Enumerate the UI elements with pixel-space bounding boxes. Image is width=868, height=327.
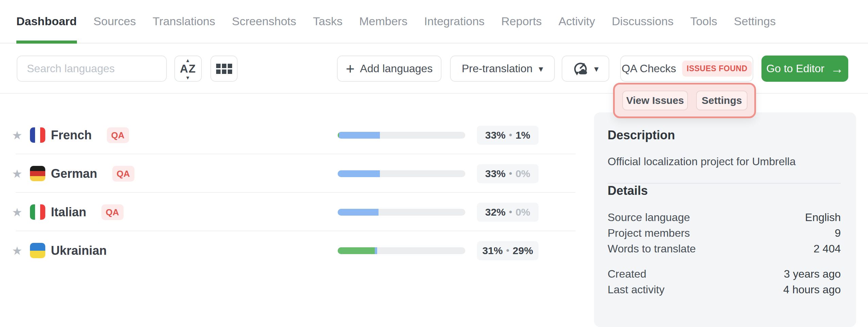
- german-flag-icon: [30, 166, 45, 181]
- description-title: Description: [608, 128, 841, 142]
- grid-view-icon: [216, 64, 232, 74]
- tab-members[interactable]: Members: [359, 0, 407, 43]
- progress-fill-translated: [375, 247, 377, 254]
- search-languages-input[interactable]: [17, 56, 167, 82]
- go-to-editor-button[interactable]: Go to Editor →: [761, 56, 848, 82]
- sort-az-icon: ▴AZ▾: [180, 60, 196, 77]
- caret-down-icon: ▾: [539, 64, 543, 73]
- tab-activity[interactable]: Activity: [559, 0, 595, 43]
- progress-label: 32%•0%: [477, 203, 539, 222]
- detail-row: Source language English: [608, 209, 841, 225]
- tab-settings[interactable]: Settings: [734, 0, 776, 43]
- ukrainian-flag-icon: [30, 243, 45, 258]
- go-to-editor-label: Go to Editor: [766, 62, 824, 75]
- progress-bar: [338, 132, 465, 139]
- french-flag-icon: [30, 127, 45, 143]
- language-name: Ukrainian: [51, 244, 107, 258]
- translated-percent: 33%: [485, 129, 505, 141]
- detail-row: Words to translate 2 404: [608, 241, 841, 256]
- qa-settings-button[interactable]: Settings: [696, 91, 748, 110]
- detail-row: Project members 9: [608, 225, 841, 241]
- detail-label: Source language: [608, 209, 690, 225]
- detail-row: Last activity 4 hours ago: [608, 282, 841, 297]
- caret-down-icon: ▾: [594, 64, 598, 73]
- approved-percent: 1%: [515, 129, 530, 141]
- tab-tools[interactable]: Tools: [690, 0, 717, 43]
- active-tab-underline: [16, 41, 77, 44]
- progress-fill-approved: [338, 247, 375, 254]
- detail-row: Created 3 years ago: [608, 266, 841, 282]
- translated-percent: 32%: [485, 206, 505, 218]
- progress-label: 33%•0%: [477, 164, 539, 183]
- tab-sources[interactable]: Sources: [94, 0, 136, 43]
- progress-bar: [338, 170, 465, 177]
- tab-tasks[interactable]: Tasks: [313, 0, 342, 43]
- plus-icon: +: [346, 61, 355, 76]
- progress-bar: [338, 209, 465, 216]
- bullet-separator: •: [509, 168, 512, 179]
- machine-translation-icon: [572, 61, 588, 77]
- bullet-separator: •: [509, 130, 512, 140]
- detail-value: English: [805, 209, 841, 225]
- detail-value: 3 years ago: [784, 266, 841, 282]
- machine-translation-dropdown-button[interactable]: ▾: [562, 56, 609, 82]
- language-row-ukrainian[interactable]: ★ Ukrainian 31%•29%: [0, 231, 592, 270]
- translated-percent: 31%: [482, 245, 503, 256]
- qa-checks-button[interactable]: QA Checks ISSUES FOUND: [620, 56, 753, 82]
- tab-translations[interactable]: Translations: [152, 0, 215, 43]
- qa-badge[interactable]: QA: [101, 204, 124, 220]
- progress-fill-translated: [339, 132, 380, 139]
- detail-label: Created: [608, 266, 646, 282]
- favorite-star-icon[interactable]: ★: [12, 206, 22, 218]
- qa-badge[interactable]: QA: [112, 166, 134, 182]
- qa-checks-label: QA Checks: [622, 62, 676, 75]
- translated-percent: 33%: [485, 168, 505, 180]
- project-nav: Dashboard Sources Translations Screensho…: [0, 0, 868, 44]
- detail-label: Project members: [608, 225, 690, 241]
- approved-percent: 29%: [513, 245, 533, 256]
- language-row-italian[interactable]: ★ Italian QA 32%•0%: [0, 193, 592, 231]
- progress-fill-translated: [338, 170, 380, 177]
- progress-label: 33%•1%: [477, 126, 539, 145]
- detail-value: 4 hours ago: [783, 282, 841, 297]
- progress-bar: [338, 247, 465, 254]
- pre-translation-button[interactable]: Pre-translation ▾: [450, 56, 555, 82]
- arrow-right-icon: →: [831, 62, 843, 75]
- language-row-french[interactable]: ★ French QA 33%•1%: [0, 116, 592, 154]
- favorite-star-icon[interactable]: ★: [12, 168, 22, 180]
- add-languages-label: Add languages: [360, 62, 433, 75]
- tab-screenshots[interactable]: Screenshots: [232, 0, 296, 43]
- tab-integrations[interactable]: Integrations: [424, 0, 485, 43]
- issues-found-badge: ISSUES FOUND: [682, 61, 752, 77]
- favorite-star-icon[interactable]: ★: [12, 129, 22, 141]
- tab-reports[interactable]: Reports: [501, 0, 542, 43]
- progress-fill-translated: [338, 209, 379, 216]
- language-name: German: [51, 167, 97, 181]
- add-languages-button[interactable]: + Add languages: [337, 56, 441, 82]
- tab-discussions[interactable]: Discussions: [612, 0, 673, 43]
- detail-label: Last activity: [608, 282, 664, 297]
- italian-flag-icon: [30, 204, 45, 220]
- bullet-separator: •: [506, 245, 509, 256]
- detail-label: Words to translate: [608, 241, 696, 256]
- language-name: French: [51, 128, 92, 142]
- approved-percent: 0%: [515, 168, 530, 180]
- approved-percent: 0%: [515, 206, 530, 218]
- bullet-separator: •: [509, 207, 512, 217]
- language-row-german[interactable]: ★ German QA 33%•0%: [0, 154, 592, 193]
- favorite-star-icon[interactable]: ★: [12, 245, 22, 256]
- sort-alphabetically-button[interactable]: ▴AZ▾: [174, 56, 202, 82]
- details-panel: Description Official localization projec…: [594, 112, 856, 327]
- grid-view-button[interactable]: [210, 56, 238, 82]
- qa-badge[interactable]: QA: [107, 127, 129, 143]
- qa-checks-popup: View Issues Settings: [613, 83, 756, 118]
- tab-dashboard[interactable]: Dashboard: [16, 0, 77, 43]
- description-text: Official localization project for Umbrel…: [608, 155, 841, 168]
- detail-value: 2 404: [814, 241, 841, 256]
- details-title: Details: [608, 184, 841, 198]
- detail-value: 9: [835, 225, 841, 241]
- language-name: Italian: [51, 205, 86, 219]
- progress-label: 31%•29%: [477, 241, 539, 260]
- view-issues-button[interactable]: View Issues: [622, 91, 688, 110]
- pre-translation-label: Pre-translation: [462, 62, 532, 75]
